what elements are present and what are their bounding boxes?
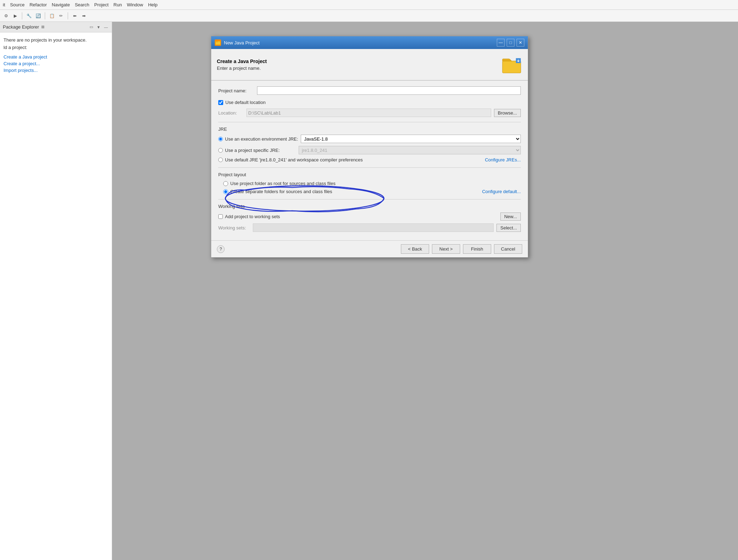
- jre-option1-row: Use an execution environment JRE: JavaSE…: [218, 135, 521, 143]
- jre-option3-radio[interactable]: [218, 158, 223, 162]
- left-panel: Package Explorer ⊠ ▭ ▼ — There are no pr…: [0, 22, 112, 560]
- dialog-footer-right: < Back Next > Finish Cancel: [401, 244, 522, 254]
- layout-option2-radio-part: Create separate folders for sources and …: [218, 189, 332, 194]
- dialog-header: Create a Java Project Enter a project na…: [211, 49, 528, 80]
- dialog-footer-left: ?: [217, 245, 225, 253]
- use-default-location-label: Use default location: [225, 100, 266, 105]
- select-working-set-button[interactable]: Select...: [496, 224, 521, 232]
- add-to-working-sets-checkbox[interactable]: [218, 214, 223, 219]
- layout-option2-label: Create separate folders for sources and …: [230, 189, 332, 194]
- menu-item-search[interactable]: Search: [75, 2, 89, 7]
- dialog-header-title: Create a Java Project: [217, 59, 267, 64]
- separator-1: [218, 122, 521, 122]
- project-layout-section: Project layout Use project folder as roo…: [218, 172, 521, 194]
- working-sets-field-row: Working sets: Select...: [218, 223, 521, 232]
- separator-3: [218, 199, 521, 199]
- main-area: Package Explorer ⊠ ▭ ▼ — There are no pr…: [0, 22, 738, 560]
- project-name-row: Project name:: [218, 86, 521, 95]
- create-java-project-link[interactable]: Create a Java project: [4, 54, 108, 60]
- import-projects-link[interactable]: Import projects...: [4, 68, 108, 73]
- location-row: Location: Browse...: [218, 109, 521, 117]
- toolbar-btn-3[interactable]: 🔧: [25, 12, 33, 20]
- toolbar-btn-7[interactable]: ⬅: [71, 12, 79, 20]
- working-sets-input[interactable]: [253, 223, 494, 232]
- jre-option1-label: Use an execution environment JRE:: [225, 136, 298, 142]
- layout-option1-label: Use project folder as root for sources a…: [230, 181, 335, 186]
- jre-option1-radio[interactable]: [218, 137, 223, 141]
- package-explorer-label: Package Explorer: [3, 24, 39, 30]
- panel-title: Package Explorer ⊠: [3, 24, 44, 30]
- jre-option2-radio[interactable]: [218, 148, 223, 153]
- tab-close-symbol: ⊠: [41, 25, 44, 29]
- create-project-link[interactable]: Create a project...: [4, 61, 108, 66]
- add-working-sets-row: Add project to working sets New...: [218, 213, 521, 221]
- toolbar-btn-2[interactable]: ▶: [11, 12, 19, 20]
- dialog-titlebar: New Java Project — □ ✕: [211, 36, 528, 49]
- project-name-label: Project name:: [218, 88, 257, 93]
- toolbar-btn-1[interactable]: ⚙: [2, 12, 10, 20]
- back-button[interactable]: < Back: [401, 244, 429, 254]
- jre-option2-radio-part: Use a project specific JRE:: [218, 148, 296, 153]
- dialog-close-button[interactable]: ✕: [517, 39, 524, 47]
- project-layout-title: Project layout: [218, 172, 521, 177]
- layout-option2-row: Create separate folders for sources and …: [218, 189, 521, 194]
- menu-item-refactor[interactable]: Refactor: [30, 2, 47, 7]
- dialog-titlebar-left: New Java Project: [215, 39, 260, 46]
- menu-item-run[interactable]: Run: [114, 2, 122, 7]
- project-name-input[interactable]: [257, 86, 521, 95]
- toolbar-separator-1: [22, 12, 22, 19]
- jre-option3-row: Use default JRE 'jre1.8.0_241' and works…: [218, 157, 521, 162]
- configure-jres-link[interactable]: Configure JREs...: [485, 157, 521, 162]
- menu-item-it[interactable]: it: [3, 2, 5, 7]
- jre-option2-row: Use a project specific JRE: jre1.8.0_241: [218, 146, 521, 154]
- layout-option2-radio[interactable]: [223, 189, 228, 194]
- menu-item-project[interactable]: Project: [94, 2, 108, 7]
- help-button[interactable]: ?: [217, 245, 225, 253]
- working-sets-section: Working sets Add project to working sets…: [218, 204, 521, 232]
- use-default-location-row: Use default location: [218, 100, 521, 105]
- cancel-button[interactable]: Cancel: [494, 244, 522, 254]
- toolbar-btn-8[interactable]: ➡: [80, 12, 88, 20]
- ide-background: it Source Refactor Navigate Search Proje…: [0, 0, 738, 560]
- menu-item-source[interactable]: Source: [10, 2, 25, 7]
- next-button[interactable]: Next >: [432, 244, 460, 254]
- minimize-panel-icon[interactable]: —: [103, 25, 109, 30]
- dialog-header-subtitle: Enter a project name.: [217, 66, 267, 71]
- jre-section: JRE Use an execution environment JRE: Ja…: [218, 127, 521, 162]
- dialog-minimize-button[interactable]: —: [497, 39, 505, 47]
- jre-option2-label: Use a project specific JRE:: [225, 148, 280, 153]
- dialog-content: Project name: Use default location Locat…: [211, 81, 528, 240]
- svg-rect-1: [215, 41, 218, 42]
- content-area: New Java Project — □ ✕ Create a Java Pro…: [112, 22, 738, 560]
- toolbar-btn-6[interactable]: ✏: [57, 12, 65, 20]
- toolbar-btn-4[interactable]: 🔄: [34, 12, 42, 20]
- dialog-maximize-button[interactable]: □: [507, 39, 514, 47]
- folder-icon: [501, 54, 522, 75]
- browse-button[interactable]: Browse...: [494, 109, 521, 117]
- dialog-header-text: Create a Java Project Enter a project na…: [217, 59, 267, 71]
- layout-option1-radio[interactable]: [223, 181, 228, 186]
- toolbar: ⚙ ▶ 🔧 🔄 📋 ✏ ⬅ ➡: [0, 10, 738, 22]
- menu-icon[interactable]: ▼: [96, 25, 102, 30]
- jre-option3-label: Use default JRE 'jre1.8.0_241' and works…: [225, 157, 363, 162]
- jre-option1-radio-part: Use an execution environment JRE:: [218, 136, 298, 142]
- menu-item-window[interactable]: Window: [127, 2, 143, 7]
- jre-section-label: JRE: [218, 127, 521, 132]
- menu-item-navigate[interactable]: Navigate: [52, 2, 70, 7]
- jre-option2-dropdown[interactable]: jre1.8.0_241: [299, 146, 521, 154]
- collapse-icon[interactable]: ▭: [89, 24, 94, 30]
- location-label: Location:: [218, 110, 246, 116]
- menu-item-help[interactable]: Help: [148, 2, 158, 7]
- configure-default-link[interactable]: Configure default...: [482, 189, 521, 194]
- finish-button[interactable]: Finish: [463, 244, 491, 254]
- layout-option1-row: Use project folder as root for sources a…: [218, 181, 521, 186]
- add-working-sets-checkbox-part: Add project to working sets: [218, 214, 280, 219]
- jre-option1-dropdown[interactable]: JavaSE-1.8: [301, 135, 521, 143]
- location-input[interactable]: [246, 109, 491, 117]
- new-working-set-button[interactable]: New...: [500, 213, 521, 221]
- panel-header: Package Explorer ⊠ ▭ ▼ —: [0, 22, 112, 32]
- toolbar-btn-5[interactable]: 📋: [48, 12, 56, 20]
- jre-option3-radio-part: Use default JRE 'jre1.8.0_241' and works…: [218, 157, 363, 162]
- use-default-location-checkbox[interactable]: [218, 100, 223, 105]
- panel-header-icons: ▭ ▼ —: [89, 24, 109, 30]
